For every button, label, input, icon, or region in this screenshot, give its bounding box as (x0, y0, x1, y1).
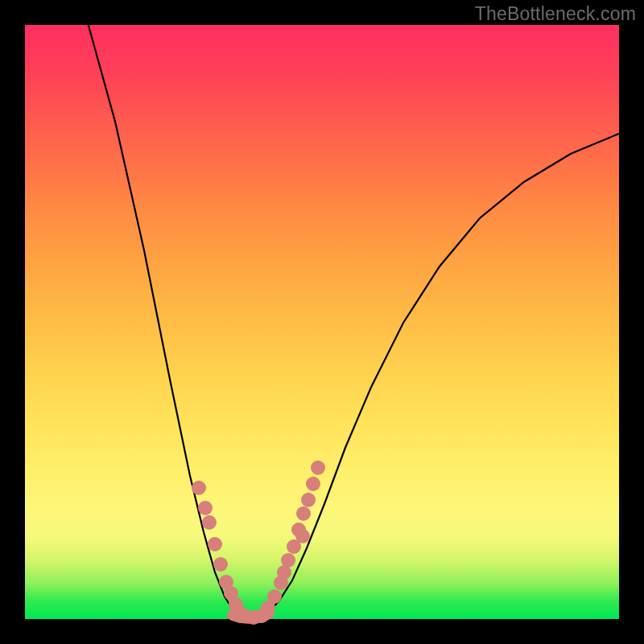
outer-black-frame: TheBottleneck.com (0, 0, 644, 644)
data-point-marker (306, 477, 320, 491)
bottleneck-curve (86, 17, 619, 617)
data-point-marker (301, 493, 316, 507)
data-point-marker (192, 481, 206, 495)
data-point-marker (295, 529, 310, 543)
data-point-marker (281, 553, 295, 568)
data-point-marker (213, 557, 228, 572)
marker-group (192, 460, 325, 625)
data-point-marker (267, 589, 282, 604)
gradient-plot-area (25, 25, 619, 619)
data-point-marker (311, 460, 325, 475)
curve-layer (25, 25, 619, 619)
watermark-text: TheBottleneck.com (475, 3, 636, 25)
data-point-marker (202, 515, 217, 530)
data-point-marker (296, 506, 311, 521)
data-point-marker (198, 501, 213, 515)
data-point-marker (208, 537, 222, 551)
